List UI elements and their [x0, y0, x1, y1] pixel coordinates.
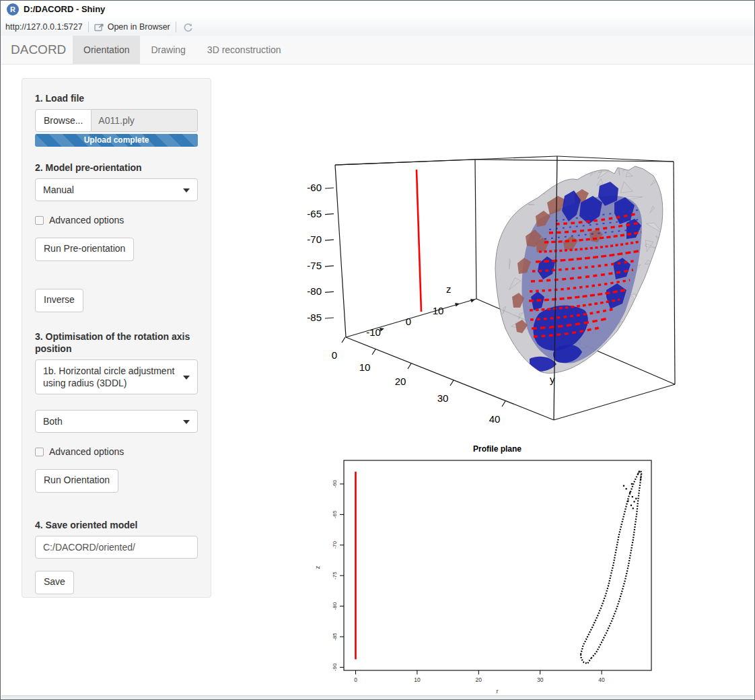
profile-plane-plot: Profile plane -60-65-70-75-80-85-9001020… [307, 442, 680, 699]
preorientation-method-select[interactable]: Manual [35, 178, 198, 201]
inverse-button[interactable]: Inverse [35, 289, 83, 312]
optimisation-mode-value: Both [43, 416, 63, 427]
toolbar-separator [88, 22, 89, 32]
save-heading: 4. Save oriented model [35, 519, 198, 531]
svg-text:-65: -65 [307, 208, 322, 219]
upload-progress-bar: Upload complete [35, 134, 198, 147]
load-file-heading: 1. Load file [35, 92, 198, 104]
window-title: D:/DACORD - Shiny [24, 1, 105, 18]
optimisation-advanced-row: Advanced options [35, 446, 198, 457]
svg-text:10: 10 [359, 361, 371, 373]
preorientation-advanced-row: Advanced options [35, 215, 198, 225]
svg-text:-85: -85 [332, 633, 338, 641]
navbar: DACORD Orientation Drawing 3D reconstruc… [1, 36, 754, 65]
svg-text:40: 40 [489, 413, 501, 425]
optimisation-method-value: 1b. Horizontal circle adjustment using r… [43, 365, 174, 388]
svg-text:40: 40 [598, 676, 605, 683]
svg-text:-10: -10 [366, 326, 381, 338]
advanced-options-label: Advanced options [49, 446, 124, 457]
browse-button[interactable]: Browse... [35, 109, 92, 132]
svg-text:-80: -80 [307, 285, 322, 297]
svg-text:-80: -80 [332, 602, 338, 610]
profile-ylabel: z [314, 565, 321, 569]
tab-orientation[interactable]: Orientation [73, 36, 140, 64]
svg-text:0: 0 [354, 676, 357, 683]
svg-text:-85: -85 [307, 312, 322, 323]
window-bottom-edge [1, 695, 754, 699]
viewer-toolbar: http://127.0.0.1:5727 Open in Browser [1, 18, 754, 36]
toolbar-separator [176, 22, 176, 32]
tab-drawing[interactable]: Drawing [140, 36, 196, 64]
open-in-browser-icon [94, 23, 104, 32]
preorientation-method-value: Manual [43, 184, 74, 195]
save-button[interactable]: Save [35, 571, 74, 594]
run-orientation-button[interactable]: Run Orientation [35, 469, 118, 493]
title-bar: R D:/DACORD - Shiny [1, 1, 754, 19]
svg-text:y: y [550, 374, 555, 385]
rotation-axis-line [417, 170, 421, 312]
optimisation-method-select[interactable]: 1b. Horizontal circle adjustment using r… [35, 359, 198, 394]
svg-text:-75: -75 [332, 571, 338, 580]
sherd-mesh [495, 162, 670, 374]
refresh-button[interactable] [183, 22, 193, 32]
r-logo-icon: R [7, 3, 19, 15]
svg-text:10: 10 [433, 305, 444, 316]
refresh-icon [183, 22, 193, 32]
advanced-options-label: Advanced options [49, 215, 124, 225]
advanced-options-checkbox[interactable] [35, 448, 44, 456]
svg-text:-65: -65 [332, 510, 338, 518]
sidebar-panel: 1. Load file Browse... A011.ply Upload c… [22, 78, 211, 598]
svg-text:30: 30 [437, 392, 449, 404]
svg-text:z: z [446, 283, 452, 295]
file-name-field: A011.ply [92, 109, 198, 132]
svg-text:-60: -60 [307, 182, 322, 193]
optimisation-mode-select[interactable]: Both [35, 410, 198, 433]
svg-text:-75: -75 [307, 260, 322, 271]
app-window: R D:/DACORD - Shiny http://127.0.0.1:572… [0, 0, 755, 700]
profile-plot-title: Profile plane [473, 444, 522, 454]
svg-text:-90: -90 [332, 663, 338, 671]
svg-text:-60: -60 [332, 480, 338, 488]
svg-text:-70: -70 [332, 540, 338, 549]
profile-xlabel: r [497, 688, 499, 695]
open-in-browser-button[interactable]: Open in Browser [94, 22, 170, 32]
tab-3d-reconstruction[interactable]: 3D reconstruction [196, 36, 292, 64]
svg-text:20: 20 [395, 376, 406, 387]
navbar-brand: DACORD [1, 36, 73, 64]
save-path-input[interactable]: C:/DACORD/oriented/ [35, 536, 198, 559]
url-text: http://127.0.0.1:5727 [5, 22, 83, 32]
svg-text:10: 10 [414, 676, 421, 683]
advanced-options-checkbox[interactable] [35, 216, 44, 225]
svg-text:0: 0 [332, 349, 337, 361]
run-preorientation-button[interactable]: Run Pre-orientation [35, 238, 134, 261]
chevron-down-icon [183, 420, 190, 424]
svg-text:0: 0 [406, 316, 411, 327]
svg-text:30: 30 [537, 676, 544, 683]
open-in-browser-label: Open in Browser [108, 22, 170, 32]
chevron-down-icon [183, 376, 190, 380]
svg-text:20: 20 [476, 676, 482, 683]
optimisation-heading: 3. Optimisation of the rotation axis pos… [35, 330, 198, 355]
preorientation-heading: 2. Model pre-orientation [35, 162, 198, 174]
profile-plot-frame [344, 460, 651, 670]
chevron-down-icon [183, 188, 190, 193]
3d-mesh-plot[interactable]: -10010z [290, 153, 684, 438]
svg-text:-70: -70 [307, 234, 322, 245]
